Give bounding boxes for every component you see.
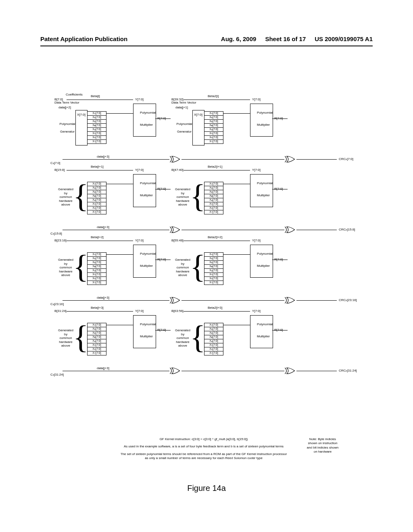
unit-row: B[7:0]Beta[i]Y[7:0]data[j+2]X[7:0]Polyno… xyxy=(54,99,361,169)
header-date: Aug. 6, 2009 xyxy=(221,35,257,42)
header-right-group: Aug. 6, 2009 Sheet 16 of 17 US 2009/0199… xyxy=(221,35,373,42)
figure-caption: Figure 14a xyxy=(0,484,413,493)
unit-rows: B[7:0]Beta[i]Y[7:0]data[j+2]X[7:0]Polyno… xyxy=(54,99,361,381)
unit-row: B[23:16]Beta[i+2]Y[7:0]Generated by comm… xyxy=(54,240,361,310)
header-rule xyxy=(40,46,373,46)
xor-chain: Cₙ[23:16]data[j+3]CRCₙ[23:16] xyxy=(54,296,361,303)
figure-footer-text: GF Kernel instruction: c[3:0] = c[3:0] ^… xyxy=(119,437,288,461)
header-sheet: Sheet 16 of 17 xyxy=(265,35,306,42)
header-pubno: US 2009/0199075 A1 xyxy=(315,35,373,42)
schematic-diagram: Coefficients Data Term Vector Data Term … xyxy=(54,99,361,381)
footer-line-1: GF Kernel instruction: c[3:0] = c[3:0] ^… xyxy=(119,437,288,441)
figure-footer-note: Note: Byte indicies shown on instruction… xyxy=(307,437,339,454)
xor-chain: Cₙ[7:0]data[j+3]CRCₙ[7:0] xyxy=(54,155,361,162)
footer-line-3: The set of sixteen polynomial terms shou… xyxy=(119,452,288,461)
unit-row: B[31:24]Beta[i+3]Y[7:0]Generated by comm… xyxy=(54,310,361,381)
unit-row: B[15:8]Beta[i+1]Y[7:0]Generated by commo… xyxy=(54,169,361,240)
header-publication: Patent Application Publication xyxy=(40,35,127,42)
xor-chain: Cₙ[31:24]data[j+3]CRCₙ[31:24] xyxy=(54,367,361,374)
footer-line-2: As used in the example software, a is a … xyxy=(119,445,288,449)
xor-chain: Cₙ[15:8]data[j+3]CRCₙ[15:8] xyxy=(54,226,361,233)
page: Patent Application Publication Aug. 6, 2… xyxy=(0,0,413,532)
page-header: Patent Application Publication Aug. 6, 2… xyxy=(0,35,413,42)
coefficients-label: Coefficients xyxy=(66,93,83,96)
